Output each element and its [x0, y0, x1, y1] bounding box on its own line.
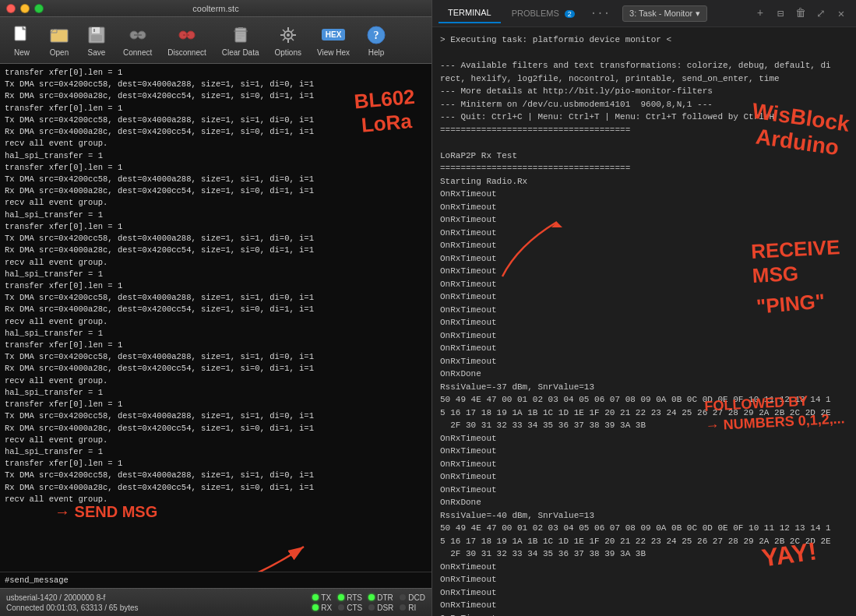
- options-icon: [277, 24, 299, 46]
- dsr-led: [368, 604, 375, 611]
- ri-indicator: RI: [400, 604, 425, 612]
- rts-led: [338, 594, 344, 600]
- kill-terminal-button[interactable]: 🗑: [792, 5, 809, 22]
- close-button[interactable]: [6, 4, 16, 13]
- dcd-indicator: DCD: [400, 593, 425, 602]
- chevron-down-icon: ▾: [696, 9, 700, 19]
- dcd-label: DCD: [408, 593, 425, 602]
- window-titlebar: coolterm.stc: [0, 0, 432, 17]
- svg-line-30: [283, 38, 285, 40]
- vscode-tabs: TERMINAL PROBLEMS 2 ··· 3: Task - Monito…: [432, 0, 856, 27]
- vscode-actions: + ⊟ 🗑 ⤢ ✕: [752, 5, 850, 22]
- open-label: Open: [50, 48, 69, 57]
- terminal-output: > Executing task: platformio device moni…: [440, 33, 848, 616]
- dsr-label: DSR: [377, 604, 393, 612]
- save-button[interactable]: Save: [79, 21, 114, 60]
- rts-label: RTS: [347, 593, 362, 602]
- help-icon: ?: [365, 24, 387, 46]
- dsr-indicator: DSR: [368, 604, 393, 612]
- status-port: usbserial-1420 / 2000000 8-f: [6, 593, 139, 602]
- terminal-area: transfer xfer[0].len = 1 Tx DMA src=0x42…: [0, 64, 432, 572]
- new-terminal-button[interactable]: +: [752, 5, 769, 22]
- maximize-panel-button[interactable]: ⤢: [812, 5, 830, 22]
- rx-indicator: RX: [312, 604, 332, 612]
- cts-indicator: CTS: [338, 604, 362, 612]
- dtr-led: [368, 594, 375, 600]
- svg-rect-6: [92, 27, 100, 33]
- rx-led: [312, 604, 319, 611]
- toolbar: New Open Save: [0, 17, 432, 64]
- dtr-label: DTR: [377, 593, 393, 602]
- vscode-terminal: > Executing task: platformio device moni…: [432, 27, 856, 616]
- vscode-panel: TERMINAL PROBLEMS 2 ··· 3: Task - Monito…: [432, 0, 856, 616]
- tx-indicator: TX: [312, 593, 332, 602]
- help-button[interactable]: ? Help: [359, 21, 393, 60]
- svg-rect-15: [235, 28, 246, 42]
- close-panel-button[interactable]: ✕: [833, 5, 850, 22]
- tab-problems-label: PROBLEMS: [512, 9, 559, 18]
- status-indicators: TX RX RTS CTS DT: [312, 593, 425, 612]
- svg-line-29: [291, 30, 294, 32]
- svg-text:?: ?: [374, 30, 379, 41]
- window-controls: [6, 4, 44, 13]
- svg-rect-7: [91, 35, 102, 41]
- tab-terminal[interactable]: TERMINAL: [439, 3, 501, 23]
- coolterm-window: coolterm.stc New Open: [0, 0, 432, 616]
- disconnect-icon: [176, 24, 198, 46]
- svg-line-27: [283, 30, 285, 32]
- task-dropdown[interactable]: 3: Task - Monitor ▾: [622, 5, 707, 22]
- rx-label: RX: [321, 604, 332, 612]
- viewhex-label: View Hex: [317, 48, 350, 57]
- viewhex-icon: HEX: [322, 24, 344, 46]
- tab-terminal-label: TERMINAL: [448, 8, 491, 17]
- cleardata-icon: [230, 24, 252, 46]
- minimize-button[interactable]: [20, 4, 30, 13]
- disconnect-button[interactable]: Disconnect: [161, 21, 212, 60]
- new-icon: [11, 24, 33, 46]
- command-line: #: [0, 572, 432, 588]
- status-connected: Connected 00:01:03, 63313 / 65 bytes: [6, 604, 139, 612]
- status-bar: usbserial-1420 / 2000000 8-f Connected 0…: [0, 588, 432, 616]
- connect-icon: [127, 24, 149, 46]
- cleardata-button[interactable]: Clear Data: [216, 21, 266, 60]
- connect-button[interactable]: Connect: [117, 21, 158, 60]
- command-input[interactable]: [9, 576, 427, 585]
- tx-led: [312, 594, 319, 600]
- problems-badge: 2: [565, 10, 575, 18]
- send-msg-arrow: [62, 516, 335, 572]
- tab-dots[interactable]: ···: [586, 7, 615, 19]
- tab-problems[interactable]: PROBLEMS 2: [502, 4, 584, 23]
- ri-label: RI: [408, 604, 416, 612]
- rts-indicator: RTS: [338, 593, 362, 602]
- save-label: Save: [88, 48, 106, 57]
- svg-rect-8: [93, 29, 95, 32]
- maximize-button[interactable]: [34, 4, 44, 13]
- svg-point-22: [287, 33, 290, 37]
- window-title: coolterm.stc: [192, 4, 238, 13]
- save-icon: [86, 24, 107, 46]
- dtr-indicator: DTR: [368, 593, 393, 602]
- terminal-text: transfer xfer[0].len = 1 Tx DMA src=0x42…: [0, 64, 432, 509]
- tx-label: TX: [321, 593, 331, 602]
- open-button[interactable]: Open: [42, 21, 76, 60]
- options-button[interactable]: Options: [269, 21, 308, 60]
- cts-led: [338, 604, 344, 611]
- new-label: New: [14, 48, 30, 57]
- disconnect-label: Disconnect: [167, 48, 206, 57]
- task-dropdown-label: 3: Task - Monitor: [629, 9, 692, 18]
- options-label: Options: [275, 48, 301, 57]
- cts-label: CTS: [347, 604, 362, 612]
- ri-led: [400, 604, 406, 611]
- help-label: Help: [368, 48, 385, 57]
- cleardata-label: Clear Data: [222, 48, 259, 57]
- svg-line-28: [291, 38, 294, 40]
- split-terminal-button[interactable]: ⊟: [772, 5, 789, 22]
- dcd-led: [400, 594, 406, 600]
- viewhex-button[interactable]: HEX View Hex: [311, 21, 356, 60]
- open-icon: [48, 24, 70, 46]
- connect-label: Connect: [123, 48, 152, 57]
- new-button[interactable]: New: [5, 21, 39, 60]
